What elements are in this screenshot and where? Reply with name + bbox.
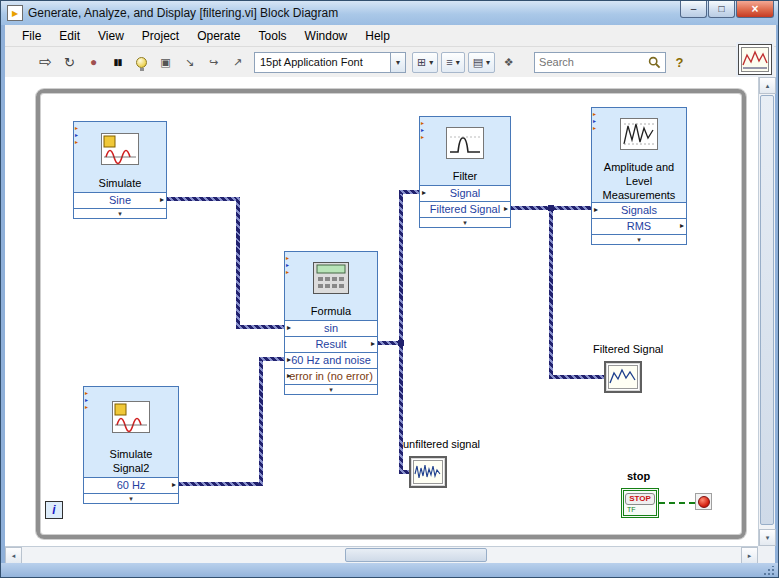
- scroll-down-arrow[interactable]: ▾: [759, 529, 776, 546]
- chevron-down-icon: ▾: [456, 58, 460, 67]
- node-row-error-in[interactable]: ▸ error in (no error): [285, 368, 377, 384]
- wire-segment[interactable]: [399, 190, 403, 474]
- horizontal-scrollbar[interactable]: ◂ ▸: [5, 546, 758, 563]
- wire-segment[interactable]: [167, 197, 238, 201]
- node-row-filtered-signal[interactable]: Filtered Signal ▸: [420, 201, 510, 217]
- wire-segment[interactable]: [179, 482, 261, 486]
- search-input[interactable]: [539, 56, 648, 68]
- input-arrow-icon: ▸: [422, 189, 426, 197]
- resize-grip[interactable]: [763, 566, 775, 576]
- menu-item-operate[interactable]: Operate: [188, 27, 249, 45]
- express-vi-formula[interactable]: ▸ ▸ ▸ Formula ▸ sin Result: [284, 251, 378, 395]
- node-row-rms[interactable]: RMS ▸: [592, 218, 686, 234]
- horizontal-scroll-thumb[interactable]: [345, 548, 487, 562]
- stop-terminal[interactable]: STOP TF: [621, 488, 659, 518]
- menu-item-view[interactable]: View: [89, 27, 133, 45]
- node-row-sine[interactable]: Sine ▸: [74, 192, 166, 208]
- expand-chevron-icon[interactable]: ▾: [285, 384, 377, 394]
- clean-up-diagram-button[interactable]: ❖: [498, 52, 519, 73]
- node-row-signal[interactable]: ▸ Signal: [420, 185, 510, 201]
- wire-junction: [548, 205, 554, 211]
- loop-condition-terminal[interactable]: [695, 493, 712, 510]
- express-vi-simulate-signal2[interactable]: ▸ ▸ ▸ Simulate Signal2 60 Hz ▸ ▾: [83, 386, 179, 504]
- align-objects-icon: ⊞: [417, 56, 426, 69]
- scroll-right-arrow[interactable]: ▸: [741, 547, 758, 564]
- menu-item-edit[interactable]: Edit: [50, 27, 89, 45]
- wire-segment[interactable]: [236, 325, 284, 329]
- node-label: Filter: [420, 169, 510, 185]
- menu-item-file[interactable]: File: [13, 27, 50, 45]
- vi-icon-graphic: [741, 47, 769, 72]
- chevron-down-icon: ▾: [429, 58, 433, 67]
- step-over-button[interactable]: ↪: [203, 52, 224, 73]
- wire-segment[interactable]: [399, 190, 419, 194]
- filter-icon: ▸ ▸ ▸: [420, 117, 510, 169]
- scroll-up-arrow[interactable]: ▴: [759, 77, 776, 94]
- maximize-button[interactable]: □: [708, 1, 735, 18]
- wire-segment[interactable]: [549, 375, 604, 379]
- vi-icon[interactable]: [738, 44, 772, 75]
- run-continuously-icon: ↻: [64, 55, 75, 70]
- vertical-scroll-thumb[interactable]: [760, 95, 774, 525]
- abort-button[interactable]: ●: [83, 52, 104, 73]
- wire-segment[interactable]: [259, 357, 284, 361]
- expand-chevron-icon[interactable]: ▾: [74, 208, 166, 218]
- reorder-objects-dropdown[interactable]: ▤ ▾: [468, 52, 495, 73]
- vertical-scrollbar[interactable]: ▴ ▾: [758, 77, 775, 546]
- express-vi-simulate-signal[interactable]: ▸ ▸ ▸ Simulate Signal Sine ▸ ▾: [73, 121, 167, 219]
- simulate-signal2-icon: ▸ ▸ ▸: [84, 387, 178, 447]
- search-box: [534, 52, 666, 73]
- node-row-sin[interactable]: ▸ sin: [285, 320, 377, 336]
- expand-chevron-icon[interactable]: ▾: [420, 217, 510, 227]
- menubar: File Edit View Project Operate Tools Win…: [5, 25, 776, 47]
- express-vi-filter[interactable]: ▸ ▸ ▸ Filter ▸ Signal Filtered Signal ▸ …: [419, 116, 511, 228]
- lightbulb-icon: [136, 57, 147, 68]
- input-arrow-icon: ▸: [287, 372, 291, 380]
- minimize-button[interactable]: –: [680, 1, 707, 18]
- pause-button[interactable]: ▮▮: [107, 52, 128, 73]
- run-continuously-button[interactable]: ↻: [59, 52, 80, 73]
- caption-buttons: – □ ×: [680, 1, 774, 18]
- menu-item-tools[interactable]: Tools: [250, 27, 296, 45]
- menu-item-window[interactable]: Window: [296, 27, 357, 45]
- graph-terminal-filtered-signal[interactable]: [604, 361, 642, 393]
- wire-segment[interactable]: [549, 206, 553, 379]
- step-out-button[interactable]: ↗: [227, 52, 248, 73]
- expand-chevron-icon[interactable]: ▾: [84, 493, 178, 503]
- wire-segment[interactable]: [399, 470, 409, 474]
- node-row-result[interactable]: Result ▸: [285, 336, 377, 352]
- menu-item-project[interactable]: Project: [133, 27, 188, 45]
- distribute-objects-dropdown[interactable]: ≡ ▾: [441, 52, 464, 73]
- stop-button-glyph: STOP: [625, 493, 655, 505]
- highlight-execution-button[interactable]: [131, 52, 152, 73]
- boolean-wire[interactable]: [659, 502, 695, 504]
- search-icon: [648, 56, 661, 69]
- close-button[interactable]: ×: [736, 1, 774, 18]
- terminal-arrows-icon: ▸ ▸ ▸: [85, 390, 88, 411]
- graph-terminal-unfiltered-signal[interactable]: [409, 456, 447, 488]
- node-row-60hz-and-noise[interactable]: ▸ 60 Hz and noise: [285, 352, 377, 368]
- wire-segment[interactable]: [236, 197, 240, 329]
- iteration-terminal[interactable]: i: [45, 501, 63, 519]
- node-row-signals[interactable]: ▸ Signals: [592, 202, 686, 218]
- window-bottom-frame: [1, 563, 779, 578]
- express-vi-amplitude-measurements[interactable]: ▸ ▸ ▸ Amplitude and Level Measurements ▸…: [591, 107, 687, 245]
- titlebar[interactable]: ▶ Generate, Analyze, and Display [filter…: [1, 1, 779, 25]
- wire-segment[interactable]: [259, 357, 263, 486]
- output-arrow-icon: ▸: [680, 222, 684, 230]
- retain-wire-values-button[interactable]: ▣: [155, 52, 176, 73]
- simulate-signal-icon: ▸ ▸ ▸: [74, 122, 166, 176]
- run-button[interactable]: ⇨: [35, 52, 56, 73]
- help-button[interactable]: ?: [669, 52, 690, 73]
- scroll-left-arrow[interactable]: ◂: [5, 547, 22, 564]
- menu-item-help[interactable]: Help: [356, 27, 399, 45]
- node-row-60hz[interactable]: 60 Hz ▸: [84, 477, 178, 493]
- step-into-button[interactable]: ↘: [179, 52, 200, 73]
- output-arrow-icon: ▸: [160, 196, 164, 204]
- block-diagram-canvas: ▸ ▸ ▸ Simulate Signal Sine ▸ ▾: [5, 77, 758, 546]
- align-objects-dropdown[interactable]: ⊞ ▾: [412, 52, 438, 73]
- font-selector-value: 15pt Application Font: [255, 56, 390, 68]
- expand-chevron-icon[interactable]: ▾: [592, 234, 686, 244]
- font-selector[interactable]: 15pt Application Font ▾: [254, 52, 406, 73]
- output-arrow-icon: ▸: [172, 481, 176, 489]
